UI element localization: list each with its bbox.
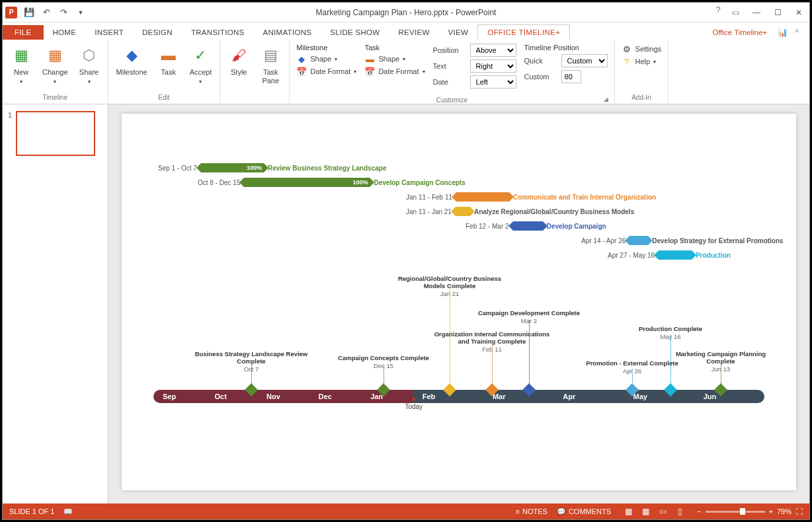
zoom-out-button[interactable]: − <box>697 507 701 515</box>
fit-view-icon[interactable]: ⛶ <box>795 507 803 515</box>
ribbon: ▦New▾ ▦Change▾ ⬡Share▾ Timeline ◆Milesto… <box>3 40 809 104</box>
share-button[interactable]: ⬡Share▾ <box>75 42 104 87</box>
ribbon-group-edit: ◆Milestone ▬Task ✓Accept▾ Edit <box>108 40 221 104</box>
dialog-launcher-icon[interactable]: ◢ <box>294 96 610 102</box>
office-timeline-link[interactable]: Office Timeline+ <box>704 25 775 40</box>
minimize-button[interactable]: — <box>746 3 767 22</box>
timeline-icon[interactable]: 📊 <box>775 25 790 40</box>
reading-view-icon[interactable]: ▭ <box>655 505 670 517</box>
normal-view-icon[interactable]: ▦ <box>620 505 636 517</box>
task-name: Develop Campaign <box>547 223 606 230</box>
task-name: Review Business Strategy Landscape <box>268 165 387 172</box>
tab-animations[interactable]: ANIMATIONS <box>254 25 321 40</box>
date-select[interactable]: Left <box>470 75 516 89</box>
tab-slideshow[interactable]: SLIDE SHOW <box>321 25 389 40</box>
ms-date-format-button[interactable]: 📅Date Format ▾ <box>296 66 356 77</box>
notes-button[interactable]: ≡ NOTES <box>516 507 548 515</box>
tab-design[interactable]: DESIGN <box>133 25 182 40</box>
undo-icon[interactable]: ↶ <box>38 5 54 20</box>
task-row[interactable]: Oct 8 - Dec 15100%Develop Campaign Conce… <box>198 178 466 187</box>
text-select[interactable]: Right <box>470 59 516 73</box>
view-buttons: ▦ ▦ ▭ ▯ <box>620 505 688 517</box>
window-title: Marketing Campaign Plan - Hero.pptx - Po… <box>316 8 497 17</box>
task-row[interactable]: Jan 11 - Feb 11Communicate and Train Int… <box>406 192 656 202</box>
today-marker: Today <box>405 403 423 410</box>
share-icon: ⬡ <box>79 45 100 66</box>
save-icon[interactable]: 💾 <box>21 5 37 20</box>
task-dates: Oct 8 - Dec 15 <box>198 179 240 186</box>
spellcheck-icon[interactable]: 📖 <box>63 507 73 516</box>
tab-insert[interactable]: INSERT <box>85 25 133 40</box>
zoom-in-button[interactable]: + <box>769 507 773 515</box>
gear-icon: ⚙ <box>622 44 632 54</box>
thumb-number: 1 <box>8 111 12 119</box>
new-button[interactable]: ▦New▾ <box>7 42 36 87</box>
task-pane-button[interactable]: ▤Task Pane <box>256 42 285 87</box>
help-icon[interactable]: ? <box>711 3 725 17</box>
change-button[interactable]: ▦Change▾ <box>38 42 72 87</box>
slide[interactable]: SepOctNovDecJanFebMarAprMayJunTodaySep 1… <box>122 114 796 490</box>
slide-thumb-1[interactable] <box>16 111 95 156</box>
comments-button[interactable]: 💬 COMMENTS <box>557 507 611 516</box>
style-button[interactable]: 🖌Style <box>224 42 253 79</box>
month-label: Nov <box>257 392 309 400</box>
app-window: P 💾 ↶ ↷ ▼ Marketing Campaign Plan - Hero… <box>2 2 810 520</box>
task-name: Analyze Regional/Global/Country Business… <box>474 208 634 215</box>
quick-select[interactable]: Custom <box>561 54 608 67</box>
milestone-button[interactable]: ◆Milestone <box>112 42 151 79</box>
task-row[interactable]: Apr 27 - May 16Production <box>608 250 731 260</box>
task-pane-icon: ▤ <box>260 45 281 66</box>
settings-button[interactable]: ⚙Settings <box>622 44 662 54</box>
task-button[interactable]: ▬Task <box>154 42 183 79</box>
task-row[interactable]: Jan 11 - Jan 21Analyze Regional/Global/C… <box>406 207 634 216</box>
workspace: 1 SepOctNovDecJanFebMarAprMayJunTodaySep… <box>3 104 809 503</box>
calendar-icon: 📅 <box>364 66 375 77</box>
window-controls: ? ▭ — ☐ ✕ <box>711 3 809 22</box>
qat-dropdown-icon[interactable]: ▼ <box>73 5 89 20</box>
tab-view[interactable]: VIEW <box>439 25 478 40</box>
tab-transitions[interactable]: TRANSITIONS <box>182 25 254 40</box>
month-label: Jun <box>694 392 764 400</box>
redo-icon[interactable]: ↷ <box>56 5 71 20</box>
close-button[interactable]: ✕ <box>788 3 809 22</box>
position-select[interactable]: Above <box>470 44 516 57</box>
tab-home[interactable]: HOME <box>44 25 86 40</box>
task-row[interactable]: Sep 1 - Oct 7100%Review Business Strateg… <box>158 163 386 172</box>
task-row[interactable]: Feb 12 - Mar 2Develop Campaign <box>466 221 606 231</box>
task-shape-button[interactable]: ▬Shape ▾ <box>364 54 425 64</box>
task-dates: Feb 12 - Mar 2 <box>466 223 509 230</box>
sorter-view-icon[interactable]: ▦ <box>637 505 653 517</box>
zoom-slider[interactable] <box>706 511 765 513</box>
change-icon: ▦ <box>44 45 65 66</box>
slideshow-view-icon[interactable]: ▯ <box>672 505 688 517</box>
task-row[interactable]: Apr 14 - Apr 26Develop Strategy for Exte… <box>581 236 784 245</box>
milestone-drop <box>492 342 493 390</box>
milestone-header: Milestone <box>296 44 356 52</box>
milestone-icon: ◆ <box>121 45 142 66</box>
milestone-drop <box>529 320 530 390</box>
tab-review[interactable]: REVIEW <box>389 25 438 40</box>
bar-icon: ▬ <box>364 54 375 64</box>
maximize-button[interactable]: ☐ <box>767 3 788 22</box>
calendar-icon: 📅 <box>296 66 307 77</box>
timeline-pos-header: Timeline Position <box>524 44 608 52</box>
powerpoint-icon: P <box>5 7 17 19</box>
titlebar: P 💾 ↶ ↷ ▼ Marketing Campaign Plan - Hero… <box>3 3 809 22</box>
help-button[interactable]: ?Help ▾ <box>622 56 662 67</box>
task-name: Develop Strategy for External Promotions <box>652 237 783 244</box>
tab-file[interactable]: FILE <box>3 25 44 40</box>
slide-counter: SLIDE 1 OF 1 <box>9 507 54 515</box>
task-dates: Jan 11 - Feb 11 <box>406 194 452 201</box>
ms-shape-button[interactable]: ◆Shape ▾ <box>296 54 356 64</box>
help-icon: ? <box>622 56 632 67</box>
accept-button[interactable]: ✓Accept▾ <box>186 42 216 87</box>
task-date-format-button[interactable]: 📅Date Format ▾ <box>364 66 425 77</box>
slide-canvas[interactable]: SepOctNovDecJanFebMarAprMayJunTodaySep 1… <box>108 104 809 503</box>
month-label: Dec <box>309 392 362 400</box>
task-dates: Jan 11 - Jan 21 <box>406 208 452 215</box>
collapse-ribbon-icon[interactable]: ^ <box>790 25 804 40</box>
ribbon-options-icon[interactable]: ▭ <box>725 3 746 22</box>
style-icon: 🖌 <box>228 45 249 66</box>
tab-office-timeline[interactable]: OFFICE TIMELINE+ <box>477 24 570 40</box>
custom-input[interactable] <box>561 70 581 83</box>
